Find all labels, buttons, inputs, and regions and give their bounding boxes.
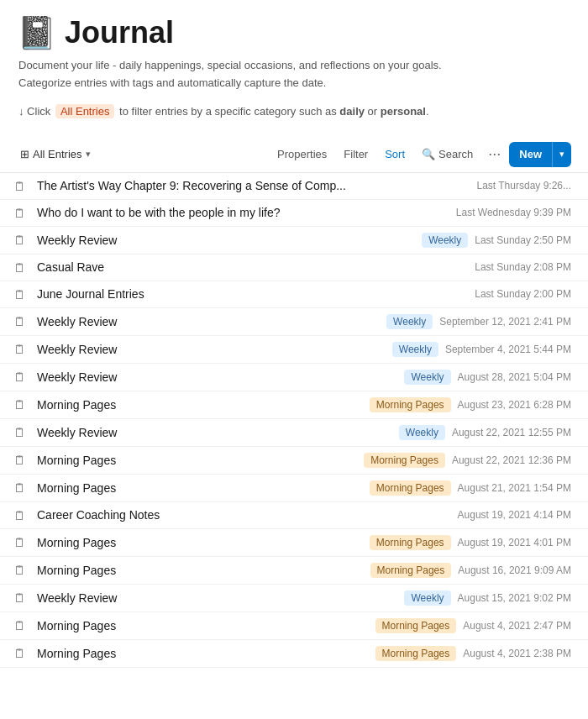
tag-badge: Weekly: [422, 233, 468, 248]
table-row[interactable]: 🗒Weekly ReviewWeeklySeptember 4, 2021 5:…: [0, 336, 588, 364]
tag-badge: Weekly: [404, 590, 450, 606]
entry-title: Morning Pages: [37, 398, 363, 412]
all-entries-badge[interactable]: All Entries: [55, 104, 115, 118]
entry-date: August 22, 2021 12:55 PM: [452, 427, 571, 438]
hint-arrow: ↓ Click: [18, 105, 50, 118]
document-icon: 🗒: [13, 233, 30, 247]
entry-date: August 15, 2021 9:02 PM: [458, 592, 571, 604]
entry-title: Weekly Review: [37, 591, 397, 605]
document-icon: 🗒: [13, 590, 30, 605]
entry-date: September 12, 2021 2:41 PM: [439, 316, 571, 328]
table-row[interactable]: 🗒Morning PagesMorning PagesAugust 22, 20…: [0, 447, 588, 475]
document-icon: 🗒: [13, 535, 30, 549]
search-button[interactable]: 🔍 Search: [415, 144, 480, 164]
tag-badge: Weekly: [392, 342, 438, 357]
page-header: 📓 Journal Document your life - daily hap…: [0, 0, 588, 137]
tag-badge: Morning Pages: [370, 563, 452, 578]
all-entries-filter[interactable]: ⊞ All Entries ▾: [13, 144, 97, 164]
entry-title: Morning Pages: [37, 564, 364, 577]
more-options-button[interactable]: ···: [483, 144, 506, 165]
entry-date: August 23, 2021 6:28 PM: [458, 399, 571, 411]
entry-date: August 28, 2021 5:04 PM: [458, 371, 571, 383]
entry-date: August 22, 2021 12:36 PM: [452, 454, 571, 466]
entry-title: Morning Pages: [37, 454, 357, 467]
entry-list: 🗒The Artist's Way Chapter 9: Recovering …: [0, 173, 588, 668]
toolbar: ⊞ All Entries ▾ Properties Filter Sort 🔍…: [0, 137, 588, 173]
table-row[interactable]: 🗒The Artist's Way Chapter 9: Recovering …: [0, 173, 588, 200]
new-chevron-icon: ▾: [559, 149, 564, 160]
entry-title: Morning Pages: [37, 647, 369, 660]
document-icon: 🗒: [13, 397, 30, 412]
table-row[interactable]: 🗒Weekly ReviewWeeklyLast Sunday 2:50 PM: [0, 227, 588, 255]
entry-title: Morning Pages: [37, 481, 363, 495]
entry-title: The Artist's Way Chapter 9: Recovering a…: [37, 179, 470, 192]
tag-badge: Morning Pages: [375, 646, 457, 661]
entry-title: Weekly Review: [37, 315, 380, 328]
new-dropdown-button[interactable]: ▾: [552, 142, 571, 167]
sort-button[interactable]: Sort: [378, 144, 412, 164]
table-row[interactable]: 🗒Weekly ReviewWeeklyAugust 28, 2021 5:04…: [0, 364, 588, 391]
entry-date: Last Wednesday 9:39 PM: [456, 207, 571, 218]
entry-date: August 4, 2021 2:47 PM: [463, 620, 571, 632]
table-row[interactable]: 🗒June Journal EntriesLast Sunday 2:00 PM: [0, 281, 588, 308]
hint-row: ↓ Click All Entries to filter entries by…: [17, 104, 571, 118]
filter-label-text: All Entries: [33, 148, 82, 160]
filter-chevron-icon: ▾: [86, 149, 91, 160]
tag-badge: Morning Pages: [370, 397, 451, 412]
table-row[interactable]: 🗒Casual RaveLast Sunday 2:08 PM: [0, 255, 588, 281]
table-row[interactable]: 🗒Weekly ReviewWeeklyAugust 22, 2021 12:5…: [0, 419, 588, 447]
entry-title: Casual Rave: [37, 260, 468, 274]
journal-icon: 📓: [17, 17, 56, 49]
table-row[interactable]: 🗒Weekly ReviewWeeklySeptember 12, 2021 2…: [0, 308, 588, 336]
table-row[interactable]: 🗒Career Coaching NotesAugust 19, 2021 4:…: [0, 502, 588, 529]
entry-date: Last Sunday 2:50 PM: [475, 234, 571, 246]
tag-badge: Weekly: [404, 370, 450, 385]
table-row[interactable]: 🗒Morning PagesMorning PagesAugust 16, 20…: [0, 557, 588, 585]
title-row: 📓 Journal: [17, 15, 571, 50]
document-icon: 🗒: [13, 453, 30, 467]
table-row[interactable]: 🗒Weekly ReviewWeeklyAugust 15, 2021 9:02…: [0, 585, 588, 612]
entry-title: Morning Pages: [37, 536, 363, 549]
table-row[interactable]: 🗒Who do I want to be with the people in …: [0, 200, 588, 227]
tag-badge: Morning Pages: [364, 453, 445, 468]
page-title: Journal: [65, 15, 174, 50]
entry-date: August 19, 2021 4:14 PM: [458, 509, 571, 521]
new-entry-button[interactable]: New: [509, 142, 552, 167]
document-icon: 🗒: [13, 342, 30, 356]
hint-personal: personal: [381, 105, 426, 118]
document-icon: 🗒: [13, 618, 30, 632]
document-icon: 🗒: [13, 508, 30, 522]
entry-title: Weekly Review: [37, 343, 386, 356]
table-row[interactable]: 🗒Morning PagesMorning PagesAugust 23, 20…: [0, 391, 588, 419]
tag-badge: Morning Pages: [370, 535, 451, 550]
document-icon: 🗒: [13, 260, 30, 275]
entry-title: Weekly Review: [37, 234, 415, 247]
tag-badge: Morning Pages: [375, 618, 457, 633]
entry-date: August 4, 2021 2:38 PM: [463, 648, 571, 659]
entry-title: Who do I want to be with the people in m…: [37, 206, 449, 219]
entry-title: Morning Pages: [37, 619, 369, 632]
entry-date: August 19, 2021 4:01 PM: [458, 537, 571, 548]
properties-button[interactable]: Properties: [270, 144, 333, 164]
tag-badge: Morning Pages: [370, 480, 451, 496]
document-icon: 🗒: [13, 287, 30, 302]
document-icon: 🗒: [13, 370, 30, 384]
entry-date: August 16, 2021 9:09 AM: [458, 564, 571, 576]
filter-button[interactable]: Filter: [337, 144, 375, 164]
table-row[interactable]: 🗒Morning PagesMorning PagesAugust 4, 202…: [0, 612, 588, 640]
entry-date: Last Sunday 2:00 PM: [475, 288, 571, 300]
page-description: Document your life - daily happenings, s…: [17, 57, 571, 92]
table-row[interactable]: 🗒Morning PagesMorning PagesAugust 19, 20…: [0, 529, 588, 557]
document-icon: 🗒: [13, 206, 30, 220]
table-row[interactable]: 🗒Morning PagesMorning PagesAugust 4, 202…: [0, 640, 588, 668]
entry-title: June Journal Entries: [37, 287, 468, 301]
hint-daily: daily: [339, 105, 365, 118]
table-row[interactable]: 🗒Morning PagesMorning PagesAugust 21, 20…: [0, 475, 588, 502]
document-icon: 🗒: [13, 646, 30, 660]
document-icon: 🗒: [13, 314, 30, 328]
tag-badge: Weekly: [399, 425, 445, 440]
entry-title: Weekly Review: [37, 426, 392, 439]
entry-title: Career Coaching Notes: [37, 508, 451, 522]
entry-date: Last Sunday 2:08 PM: [475, 261, 571, 273]
entry-title: Weekly Review: [37, 370, 397, 384]
